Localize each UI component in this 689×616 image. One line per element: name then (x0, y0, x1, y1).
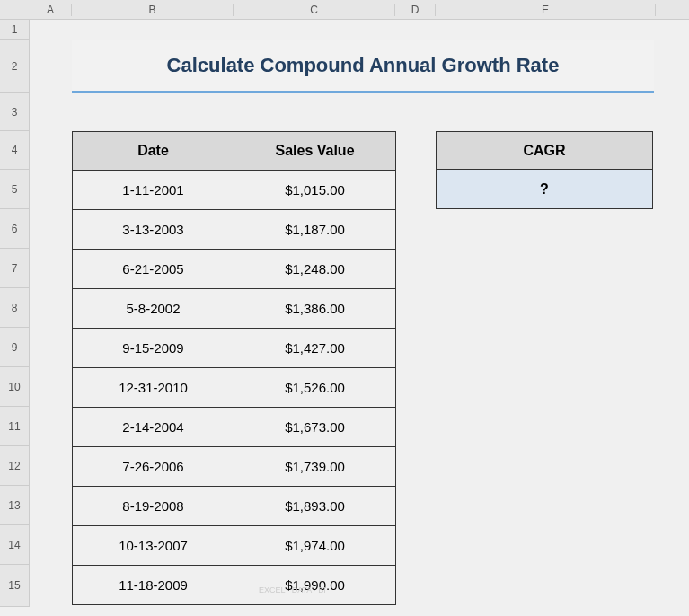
column-header-D[interactable]: D (395, 4, 436, 16)
cell-date[interactable]: 3-13-2003 (73, 210, 234, 250)
column-header-B[interactable]: B (72, 4, 234, 16)
cell-sales[interactable]: $1,893.00 (234, 487, 396, 526)
row-header-2[interactable]: 2 (0, 40, 30, 93)
row-header-11[interactable]: 11 (0, 407, 30, 446)
cagr-box: CAGR ? (436, 131, 653, 209)
row-header-8[interactable]: 8 (0, 288, 30, 328)
cell-sales[interactable]: $1,739.00 (234, 447, 396, 487)
row-header-3[interactable]: 3 (0, 93, 30, 131)
header-date[interactable]: Date (73, 132, 234, 171)
table-row: 6-21-2005$1,248.00 (73, 250, 396, 289)
table-row: 2-14-2004$1,673.00 (73, 408, 396, 447)
cell-sales[interactable]: $1,526.00 (234, 368, 396, 408)
cell-sales[interactable]: $1,673.00 (234, 408, 396, 447)
cell-date[interactable]: 11-18-2009 (73, 566, 234, 605)
data-table: Date Sales Value 1-11-2001$1,015.003-13-… (72, 131, 396, 605)
table-row: 9-15-2009$1,427.00 (73, 329, 396, 368)
cell-date[interactable]: 2-14-2004 (73, 408, 234, 447)
table-row: 12-31-2010$1,526.00 (73, 368, 396, 408)
table-row: 7-26-2006$1,739.00 (73, 447, 396, 487)
row-header-9[interactable]: 9 (0, 328, 30, 367)
header-sales[interactable]: Sales Value (234, 132, 396, 171)
column-headers: ABCDE (0, 0, 689, 20)
row-header-5[interactable]: 5 (0, 170, 30, 209)
row-header-4[interactable]: 4 (0, 131, 30, 170)
row-header-6[interactable]: 6 (0, 209, 30, 249)
cell-sales[interactable]: $1,248.00 (234, 250, 396, 289)
row-headers: 123456789101112131415 (0, 20, 30, 607)
cagr-value[interactable]: ? (436, 170, 653, 209)
row-header-14[interactable]: 14 (0, 525, 30, 565)
row-header-13[interactable]: 13 (0, 486, 30, 525)
row-header-15[interactable]: 15 (0, 565, 30, 607)
cell-date[interactable]: 12-31-2010 (73, 368, 234, 408)
column-header-C[interactable]: C (234, 4, 395, 16)
table-row: 10-13-2007$1,974.00 (73, 526, 396, 566)
table-row: 5-8-2002$1,386.00 (73, 289, 396, 329)
cell-sales[interactable]: $1,990.00 (234, 566, 396, 605)
table-row: 8-19-2008$1,893.00 (73, 487, 396, 526)
cell-sales[interactable]: $1,974.00 (234, 526, 396, 566)
cagr-header[interactable]: CAGR (436, 131, 653, 170)
cell-sales[interactable]: $1,187.00 (234, 210, 396, 250)
cell-date[interactable]: 7-26-2006 (73, 447, 234, 487)
table-row: 3-13-2003$1,187.00 (73, 210, 396, 250)
row-header-7[interactable]: 7 (0, 249, 30, 288)
column-header-A[interactable]: A (30, 4, 72, 16)
row-header-10[interactable]: 10 (0, 367, 30, 407)
spreadsheet: ABCDE 123456789101112131415 Calculate Co… (0, 0, 689, 20)
cell-date[interactable]: 9-15-2009 (73, 329, 234, 368)
cell-date[interactable]: 10-13-2007 (73, 526, 234, 566)
page-title: Calculate Compound Annual Growth Rate (72, 40, 654, 93)
cell-sales[interactable]: $1,386.00 (234, 289, 396, 329)
cell-sales[interactable]: $1,015.00 (234, 171, 396, 210)
cell-date[interactable]: 1-11-2001 (73, 171, 234, 210)
row-header-1[interactable]: 1 (0, 20, 30, 40)
cell-date[interactable]: 5-8-2002 (73, 289, 234, 329)
column-header-E[interactable]: E (436, 4, 656, 16)
table-row: 11-18-2009$1,990.00 (73, 566, 396, 605)
cell-date[interactable]: 8-19-2008 (73, 487, 234, 526)
table-row: 1-11-2001$1,015.00 (73, 171, 396, 210)
cell-date[interactable]: 6-21-2005 (73, 250, 234, 289)
cell-sales[interactable]: $1,427.00 (234, 329, 396, 368)
row-header-12[interactable]: 12 (0, 446, 30, 486)
